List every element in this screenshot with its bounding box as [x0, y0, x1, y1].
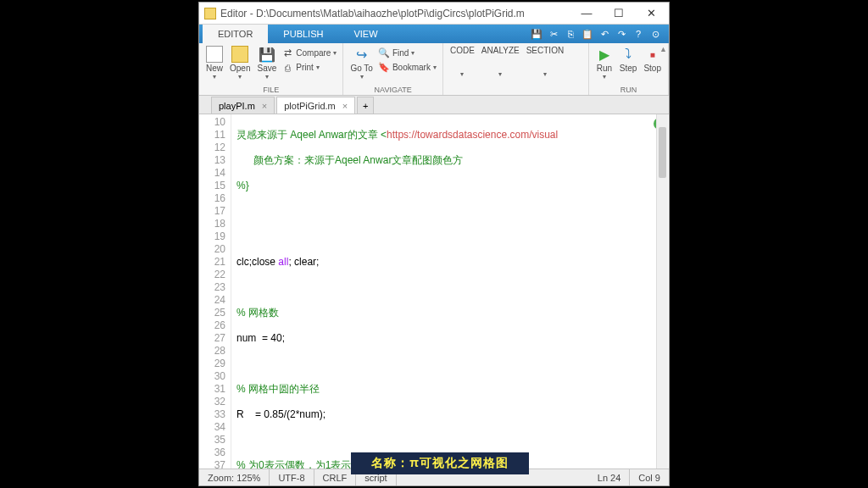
code-editor[interactable]: 1011121314151617181920212223242526272829…	[199, 114, 669, 469]
section-dropdown[interactable]: SECTION▾	[523, 45, 567, 79]
ribbon-group-navigate: ↪Go To▾ 🔍Find ▾ 🔖Bookmark ▾ NAVIGATE	[343, 43, 443, 95]
chevron-down-icon: ▾	[411, 49, 415, 57]
vertical-scrollbar[interactable]	[656, 114, 668, 469]
ribbon-collapse-icon[interactable]: ▲	[659, 45, 667, 53]
quick-access-bar: EDITOR PUBLISH VIEW 💾 ✂ ⎘ 📋 ↶ ↷ ? ⊙	[199, 25, 669, 43]
goto-icon: ↪	[353, 46, 370, 63]
ribbon-group-run: ▶Run▾ ⤵Step ■Stop RUN	[589, 43, 669, 95]
chevron-down-icon: ▾	[213, 73, 216, 80]
bookmark-button[interactable]: 🔖Bookmark ▾	[379, 60, 437, 75]
app-icon	[204, 8, 216, 19]
run-icon: ▶	[596, 46, 613, 63]
editor-window: Editor - D:\Documents\Matlab\aihaozhe\pl…	[198, 2, 670, 486]
chevron-down-icon: ▾	[238, 73, 242, 80]
run-button[interactable]: ▶Run▾	[593, 45, 616, 81]
chevron-down-icon: ▾	[603, 73, 606, 80]
save-icon: 💾	[259, 46, 275, 63]
video-caption-overlay: 名称：π可视化之网格图	[351, 452, 529, 474]
qa-save-icon[interactable]: 💾	[530, 27, 543, 41]
qa-copy-icon[interactable]: ⎘	[564, 27, 577, 41]
chevron-down-icon: ▾	[360, 73, 364, 80]
status-encoding[interactable]: UTF-8	[270, 469, 314, 485]
goto-button[interactable]: ↪Go To▾	[347, 45, 376, 81]
chevron-down-icon: ▾	[333, 49, 337, 57]
tab-add[interactable]: +	[357, 97, 374, 114]
find-button[interactable]: 🔍Find ▾	[379, 46, 437, 60]
window-controls: — ☐ ✕	[570, 3, 667, 24]
qa-help-icon[interactable]: ?	[632, 27, 645, 41]
ribbon-group-middle: CODE▾ ANALYZE▾ SECTION▾	[443, 43, 589, 95]
chevron-down-icon: ▾	[498, 70, 502, 78]
tab-playpi[interactable]: playPI.m×	[211, 97, 275, 114]
chevron-down-icon: ▾	[543, 70, 547, 78]
save-button[interactable]: 💾Save▾	[253, 45, 280, 81]
tab-editor[interactable]: EDITOR	[203, 25, 268, 43]
status-line: Ln 24	[589, 469, 631, 485]
tab-view[interactable]: VIEW	[338, 25, 392, 43]
qa-undo-icon[interactable]: ↶	[598, 27, 611, 41]
chevron-down-icon: ▾	[460, 70, 464, 78]
group-label-run: RUN	[593, 86, 665, 95]
tab-close-icon[interactable]: ×	[342, 101, 348, 111]
chevron-down-icon: ▾	[265, 73, 269, 80]
chevron-down-icon: ▾	[433, 64, 437, 71]
print-icon: ⎙	[282, 62, 293, 73]
group-label-navigate: NAVIGATE	[347, 86, 439, 95]
scroll-thumb[interactable]	[659, 127, 666, 178]
chevron-down-icon: ▾	[316, 64, 320, 71]
editor-tabbar: playPI.m× plotPiGrid.m× +	[199, 96, 669, 114]
window-title: Editor - D:\Documents\Matlab\aihaozhe\pl…	[220, 8, 570, 19]
step-icon: ⤵	[620, 46, 637, 63]
open-button[interactable]: Open▾	[226, 45, 253, 81]
find-icon: 🔍	[379, 47, 390, 58]
qa-paste-icon[interactable]: 📋	[581, 27, 594, 41]
status-col: Col 9	[630, 469, 669, 485]
qa-collapse-icon[interactable]: ⊙	[648, 27, 662, 41]
tab-publish[interactable]: PUBLISH	[268, 25, 338, 43]
qa-redo-icon[interactable]: ↷	[615, 27, 628, 41]
qa-cut-icon[interactable]: ✂	[547, 27, 560, 41]
code-area[interactable]: 灵感来源于 Aqeel Anwar的文章 <https://towardsdat…	[231, 114, 669, 469]
line-gutter: 1011121314151617181920212223242526272829…	[199, 114, 231, 469]
bookmark-icon: 🔖	[379, 62, 390, 73]
print-button[interactable]: ⎙Print ▾	[282, 60, 337, 75]
analyze-dropdown[interactable]: ANALYZE▾	[478, 45, 523, 79]
open-folder-icon	[231, 46, 248, 63]
new-doc-icon	[206, 46, 223, 63]
compare-button[interactable]: ⇄Compare ▾	[282, 46, 337, 60]
code-dropdown[interactable]: CODE▾	[447, 45, 478, 79]
tab-close-icon[interactable]: ×	[262, 101, 267, 111]
stop-icon: ■	[644, 46, 661, 63]
ribbon-group-file: New▾ Open▾ 💾Save▾ ⇄Compare ▾ ⎙Print ▾ FI…	[199, 43, 343, 95]
compare-icon: ⇄	[282, 47, 293, 58]
new-button[interactable]: New▾	[203, 45, 226, 81]
step-button[interactable]: ⤵Step	[616, 45, 641, 74]
minimize-button[interactable]: —	[570, 3, 603, 24]
status-eol[interactable]: CRLF	[314, 469, 357, 485]
close-button[interactable]: ✕	[635, 3, 667, 24]
tab-plotpigrid[interactable]: plotPiGrid.m×	[276, 97, 355, 114]
group-label-file: FILE	[203, 86, 339, 95]
maximize-button[interactable]: ☐	[603, 3, 635, 24]
status-zoom[interactable]: Zoom: 125%	[199, 469, 270, 485]
ribbon: New▾ Open▾ 💾Save▾ ⇄Compare ▾ ⎙Print ▾ FI…	[199, 43, 669, 96]
titlebar: Editor - D:\Documents\Matlab\aihaozhe\pl…	[199, 3, 669, 25]
